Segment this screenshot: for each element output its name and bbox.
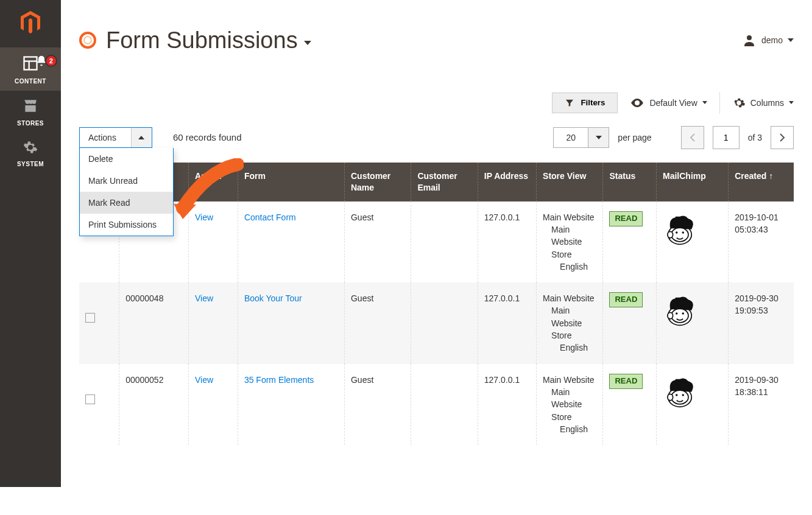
row-status: READ: [603, 282, 657, 363]
svg-rect-21: [674, 381, 689, 383]
user-menu[interactable]: demo: [742, 33, 794, 47]
row-form: 35 Form Elements: [238, 364, 344, 445]
action-mark-unread[interactable]: Mark Unread: [80, 170, 173, 192]
row-customer-email: [411, 282, 478, 363]
filters-button[interactable]: Filters: [552, 93, 618, 113]
per-page-toggle[interactable]: [588, 128, 609, 147]
funnel-icon: [565, 98, 574, 108]
svg-point-13: [682, 312, 685, 315]
row-form: Contact Form: [238, 201, 344, 282]
chevron-right-icon: [779, 133, 785, 142]
row-checkbox[interactable]: [85, 394, 95, 404]
data-grid: ID Action Form Customer Name Customer Em…: [79, 163, 794, 445]
form-link[interactable]: 35 Form Elements: [244, 375, 314, 385]
grid-toolbar-mid: Actions Delete Mark Unread Mark Read Pri…: [79, 126, 794, 149]
col-header-customer-email[interactable]: Customer Email: [411, 163, 478, 201]
chevron-down-icon: [789, 101, 794, 104]
chevron-down-icon: [304, 41, 311, 45]
view-selector[interactable]: Default View: [630, 96, 707, 110]
status-badge: READ: [609, 211, 643, 226]
view-link[interactable]: View: [195, 375, 213, 385]
chevron-down-icon: [702, 101, 707, 104]
pagination: 20 per page of 3: [553, 126, 794, 149]
status-badge: READ: [609, 292, 643, 307]
row-mailchimp: [657, 282, 729, 363]
row-action: View: [188, 201, 238, 282]
divider: [719, 92, 720, 114]
table-row: 00000052 View 35 Form Elements Guest 127…: [79, 364, 794, 445]
col-header-ip[interactable]: IP Address: [478, 163, 536, 201]
col-header-action[interactable]: Action: [188, 163, 238, 201]
col-header-store-view[interactable]: Store View: [537, 163, 603, 201]
sidebar-item-content[interactable]: CONTENT 2: [0, 47, 61, 91]
row-customer-name: Guest: [344, 282, 411, 363]
chevron-up-icon: [138, 136, 144, 139]
col-header-created[interactable]: Created↑: [729, 163, 794, 201]
chevron-left-icon: [690, 133, 696, 142]
stores-icon: [0, 98, 61, 117]
main-content: Form Submissions demo Filters Default Vi…: [61, 0, 812, 487]
notification-badge[interactable]: 2: [35, 55, 57, 67]
page-header: Form Submissions demo: [79, 10, 794, 68]
col-header-mailchimp[interactable]: MailChimp: [657, 163, 729, 201]
sort-asc-icon: ↑: [769, 171, 773, 181]
row-ip: 127.0.0.1: [478, 201, 536, 282]
actions-dropdown-toggle[interactable]: [131, 128, 152, 147]
chevron-down-icon: [596, 136, 602, 139]
row-store-view: Main WebsiteMain Website StoreEnglish: [537, 282, 603, 363]
row-customer-name: Guest: [344, 364, 411, 445]
actions-dropdown-menu: Delete Mark Unread Mark Read Print Submi…: [79, 148, 174, 236]
sidebar-item-label: CONTENT: [0, 78, 61, 85]
table-row: 00000048 View Book Your Tour Guest 127.0…: [79, 282, 794, 363]
form-link[interactable]: Book Your Tour: [244, 293, 302, 303]
action-mark-read[interactable]: Mark Read: [80, 192, 173, 214]
row-ip: 127.0.0.1: [478, 282, 536, 363]
row-form: Book Your Tour: [238, 282, 344, 363]
row-checkbox[interactable]: [85, 313, 95, 323]
page-icon: [79, 32, 96, 49]
row-mailchimp: [657, 364, 729, 445]
svg-rect-9: [674, 219, 689, 220]
current-page-input[interactable]: [713, 126, 740, 149]
col-header-form[interactable]: Form: [238, 163, 344, 201]
svg-point-3: [747, 35, 752, 40]
view-link[interactable]: View: [195, 212, 213, 222]
col-header-customer-name[interactable]: Customer Name: [344, 163, 411, 201]
svg-point-19: [682, 394, 685, 396]
row-customer-email: [411, 201, 478, 282]
row-status: READ: [603, 201, 657, 282]
actions-dropdown-button[interactable]: Actions: [79, 127, 152, 148]
page-title[interactable]: Form Submissions: [106, 29, 311, 52]
sidebar-item-stores[interactable]: STORES: [0, 91, 61, 133]
row-id: 00000048: [119, 282, 189, 363]
row-action: View: [188, 364, 238, 445]
row-checkbox-cell: [79, 282, 119, 363]
admin-sidebar: CONTENT 2 STORES SYSTEM: [0, 0, 61, 487]
columns-selector[interactable]: Columns: [732, 96, 794, 110]
action-delete[interactable]: Delete: [80, 148, 173, 170]
svg-point-18: [676, 394, 678, 396]
next-page-button[interactable]: [771, 126, 794, 149]
prev-page-button[interactable]: [681, 126, 704, 149]
row-checkbox-cell: [79, 364, 119, 445]
gear-icon: [732, 96, 746, 110]
grid-toolbar-top: Filters Default View Columns: [79, 92, 794, 114]
per-page-select[interactable]: 20: [553, 127, 609, 148]
svg-point-14: [668, 312, 673, 319]
mass-actions: Actions Delete Mark Unread Mark Read Pri…: [79, 127, 152, 148]
col-header-status[interactable]: Status: [603, 163, 657, 201]
svg-rect-15: [674, 300, 689, 301]
sidebar-item-system[interactable]: SYSTEM: [0, 133, 61, 173]
svg-point-8: [668, 231, 673, 238]
per-page-label: per page: [618, 133, 651, 142]
row-id: 00000052: [119, 364, 189, 445]
view-link[interactable]: View: [195, 293, 213, 303]
form-link[interactable]: Contact Form: [244, 212, 296, 222]
svg-point-12: [676, 312, 678, 315]
row-created: 2019-09-30 19:09:53: [729, 282, 794, 363]
action-print-submissions[interactable]: Print Submissions: [80, 214, 173, 236]
svg-point-6: [676, 231, 678, 234]
user-icon: [742, 33, 757, 47]
eye-icon: [630, 96, 644, 110]
sidebar-item-label: STORES: [0, 120, 61, 127]
